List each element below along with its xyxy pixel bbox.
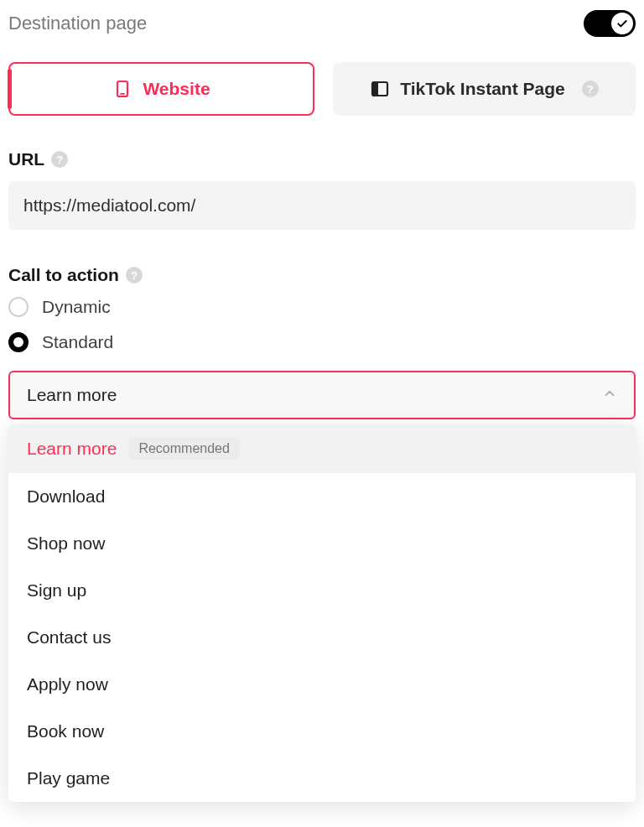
recommended-badge: Recommended: [128, 438, 240, 460]
cta-label: Call to action ?: [8, 265, 636, 285]
tab-instant-page-label: TikTok Instant Page: [400, 79, 564, 99]
cta-option-play-game[interactable]: Play game: [8, 755, 636, 802]
cta-option-label: Download: [27, 486, 105, 507]
radio-unchecked-icon: [8, 297, 29, 317]
website-icon: [112, 79, 132, 99]
help-icon[interactable]: ?: [51, 151, 68, 168]
help-icon[interactable]: ?: [126, 267, 143, 283]
svg-rect-3: [372, 82, 378, 96]
cta-option-label: Contact us: [27, 627, 111, 648]
cta-option-label: Learn more: [27, 439, 117, 459]
cta-option-sign-up[interactable]: Sign up: [8, 567, 636, 614]
cta-option-learn-more[interactable]: Learn more Recommended: [8, 424, 636, 473]
radio-standard[interactable]: Standard: [8, 332, 636, 352]
cta-select[interactable]: Learn more: [8, 371, 636, 419]
cta-select-value: Learn more: [27, 385, 117, 405]
cta-option-label: Shop now: [27, 533, 105, 554]
cta-option-label: Apply now: [27, 674, 108, 694]
toggle-knob: [611, 13, 633, 34]
radio-dynamic[interactable]: Dynamic: [8, 297, 636, 317]
cta-option-shop-now[interactable]: Shop now: [8, 520, 636, 567]
chevron-up-icon: [602, 385, 617, 405]
cta-dropdown: Learn more Recommended Download Shop now…: [8, 424, 636, 802]
radio-dynamic-label: Dynamic: [42, 297, 111, 317]
radio-standard-label: Standard: [42, 332, 113, 352]
tab-website-label: Website: [143, 79, 210, 99]
destination-toggle[interactable]: [584, 10, 636, 37]
radio-checked-icon: [8, 332, 29, 352]
cta-option-label: Book now: [27, 721, 104, 741]
check-icon: [615, 17, 629, 30]
cta-option-book-now[interactable]: Book now: [8, 708, 636, 755]
url-label: URL ?: [8, 149, 636, 169]
cta-option-contact-us[interactable]: Contact us: [8, 614, 636, 661]
instant-page-icon: [370, 79, 390, 99]
svg-rect-1: [120, 93, 125, 95]
help-icon[interactable]: ?: [582, 81, 599, 97]
cta-option-label: Sign up: [27, 580, 86, 601]
cta-option-download[interactable]: Download: [8, 473, 636, 520]
cta-option-apply-now[interactable]: Apply now: [8, 661, 636, 708]
section-title: Destination page: [8, 13, 147, 34]
tab-website[interactable]: Website: [8, 62, 314, 116]
tab-instant-page[interactable]: TikTok Instant Page ?: [333, 62, 636, 116]
cta-option-label: Play game: [27, 768, 110, 788]
url-input[interactable]: [8, 181, 636, 230]
